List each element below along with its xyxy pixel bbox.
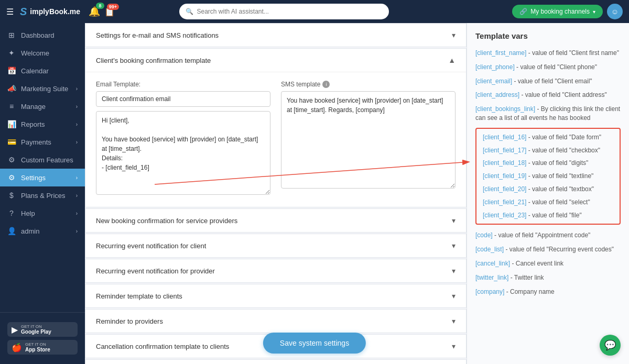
var-item-code-list: [code_list] - value of field "Recurring … [475,245,621,254]
var-tag[interactable]: [twitter_link] [475,274,508,281]
booking-channels-icon: 🔗 [519,8,527,15]
var-item-code: [code] - value of field "Appointment cod… [475,231,621,240]
var-tag[interactable]: [client_field_16] [483,134,526,141]
save-system-settings-button[interactable]: Save system settings [263,333,366,354]
search-input[interactable] [197,8,383,15]
sidebar-item-marketing[interactable]: 📣 Marketing Suite › [0,80,85,97]
var-item-field-17: [client_field_17] - value of field "chec… [483,146,613,155]
sidebar-item-dashboard[interactable]: ⊞ Dashboard [0,26,85,44]
notification-bell[interactable]: 🔔 8 [89,6,100,17]
accordion-email-sms-settings: Settings for e-mail and SMS notification… [85,23,467,47]
var-item-field-18: [client_field_18] - value of field "digi… [483,159,613,168]
var-tag[interactable]: [client_address] [475,91,519,98]
var-desc: - value of field "Recurring event codes" [505,246,614,253]
var-desc: - value of field "Client email" [514,78,592,85]
chat-icon: 💬 [604,339,616,351]
var-desc: - value of field "Client first name" [528,49,619,57]
var-tag[interactable]: [client_field_18] [483,159,526,167]
info-icon[interactable]: i [322,81,330,88]
sms-template-label: SMS template i [281,81,456,88]
chevron-up-icon: ▲ [448,56,456,64]
admin-icon: 👤 [7,227,16,235]
chevron-right-icon: › [76,228,78,234]
sidebar-item-manage[interactable]: ≡ Manage › [0,97,85,115]
booking-channels-button[interactable]: 🔗 My booking channels ▾ [512,5,603,18]
accordion-header-email-sms[interactable]: Settings for e-mail and SMS notification… [85,24,466,47]
accordion-header-new-booking[interactable]: New booking confirmation for service pro… [85,209,466,232]
accordion-title: Recurring event notification for provide… [96,267,215,275]
sidebar-item-label: Reports [21,120,45,128]
accordion-title: Reminder template to clients [96,292,182,300]
sidebar-item-welcome[interactable]: ✦ Welcome [0,44,85,62]
sidebar-item-reports[interactable]: 📊 Reports › [0,115,85,133]
var-tag[interactable]: [client_field_20] [483,185,526,193]
sidebar-item-label: Welcome [21,49,49,57]
accordion-reminder-clients: Reminder template to clients ▾ [85,284,467,308]
email-template-textarea[interactable]: Hi [client], You have booked [service] w… [96,111,270,195]
nav-badges: 🔔 8 📋 99+ [89,6,115,17]
sidebar-item-label: Help [21,209,35,217]
star-icon: ✦ [7,49,16,57]
var-tag[interactable]: [client_field_23] [483,212,526,219]
help-icon: ? [7,209,16,217]
app-store-button[interactable]: 🍎 GET IT ON App Store [7,340,78,355]
accordion-header-client-booking[interactable]: Client's booking confirmation template ▲ [85,49,466,72]
sidebar-item-calendar[interactable]: 📅 Calendar [0,62,85,80]
store-buttons: ▶ GET IT ON Google Play 🍎 GET IT ON App … [0,318,85,359]
accordion-header-batch-cancellation[interactable]: Batch cancellation confirmation for clie… [85,360,466,364]
chevron-down-icon: ▾ [452,241,456,250]
sidebar-item-help[interactable]: ? Help › [0,204,85,222]
chevron-down-icon: ▾ [452,216,456,225]
accordion-header-reminder-providers[interactable]: Reminder to providers ▾ [85,310,466,333]
save-btn-container: Save system settings [263,333,366,354]
var-tag[interactable]: [client_phone] [475,63,515,71]
email-template-section: Email Template: Hi [client], You have bo… [96,81,270,196]
sidebar-item-admin[interactable]: 👤 admin › [0,222,85,240]
var-item-field-16: [client_field_16] - value of field "Date… [483,133,613,142]
accordion-recurring-client: Recurring event notification for client … [85,234,467,258]
chevron-down-icon: ▾ [452,342,456,350]
hamburger-icon[interactable]: ☰ [6,7,14,17]
chevron-down-icon: ▾ [452,292,456,300]
sidebar-item-custom-features[interactable]: ⚙ Custom Features [0,151,85,169]
var-tag[interactable]: [client_bookings_link] [475,105,535,113]
accordion-title: Recurring event notification for client [96,242,206,250]
sidebar-bottom: ▶ GET IT ON Google Play 🍎 GET IT ON App … [0,312,85,364]
content-area: Settings for e-mail and SMS notification… [85,23,629,364]
sidebar-item-label: Settings [21,174,46,182]
sidebar-item-settings[interactable]: ⚙ Settings › [0,169,85,186]
chevron-down-icon: ▾ [452,267,456,275]
var-tag[interactable]: [client_first_name] [475,49,526,57]
var-tag[interactable]: [client_field_21] [483,198,526,206]
var-tag[interactable]: [client_field_19] [483,172,526,180]
var-tag[interactable]: [client_email] [475,78,512,85]
accordion-reminder-providers: Reminder to providers ▾ [85,309,467,333]
var-tag[interactable]: [client_field_17] [483,147,526,154]
sidebar-item-label: Custom Features [21,156,73,164]
sidebar-item-payments[interactable]: 💳 Payments › [0,133,85,151]
google-play-button[interactable]: ▶ GET IT ON Google Play [7,322,78,337]
accordion-header-recurring-provider[interactable]: Recurring event notification for provide… [85,259,466,282]
accordion-header-recurring-client[interactable]: Recurring event notification for client … [85,234,466,257]
avatar-button[interactable]: ☺ [607,4,623,19]
google-play-label: GET IT ON Google Play [21,324,51,335]
brand-logo[interactable]: S implyBook.me [20,6,80,18]
var-tag[interactable]: [cancel_link] [475,260,510,267]
var-tag[interactable]: [code] [475,231,493,239]
sidebar-item-label: admin [21,227,39,235]
sidebar-item-plans[interactable]: $ Plans & Prices › [0,186,85,204]
nav-right: 🔗 My booking channels ▾ ☺ [512,4,623,19]
chat-button[interactable]: 💬 [600,335,621,356]
accordion-header-reminder-clients[interactable]: Reminder template to clients ▾ [85,284,466,307]
var-desc: - value of field "select" [528,198,590,206]
main-layout: ⊞ Dashboard ✦ Welcome 📅 Calendar 📣 Marke… [0,23,629,364]
logo-text: S [20,6,27,18]
var-tag[interactable]: [code_list] [475,246,504,253]
var-tag[interactable]: [company] [475,288,504,295]
calendar-badge-icon[interactable]: 📋 99+ [104,7,115,17]
notification-badge: 8 [96,3,104,9]
calendar-badge-count: 99+ [107,4,119,10]
email-template-input[interactable] [96,91,270,107]
sms-template-textarea[interactable]: You have booked [service] with [provider… [281,91,456,189]
var-desc: - Cancel event link [512,260,563,267]
